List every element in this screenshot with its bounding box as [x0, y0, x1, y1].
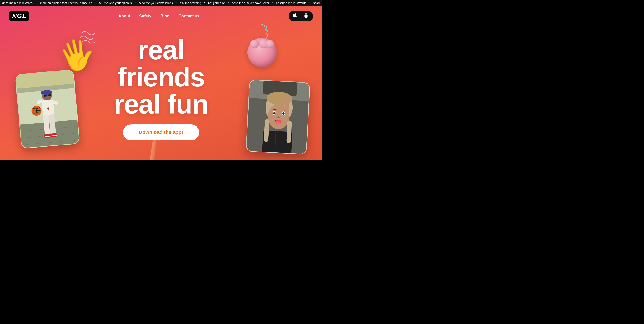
svg-point-5 — [266, 33, 267, 34]
download-app-button[interactable]: Download the app! — [123, 124, 199, 140]
ticker-item: describe me in 3 words — [0, 1, 35, 5]
navbar: NGL About Safety Blog Contact us | — [0, 6, 322, 26]
app-download-buttons[interactable]: | — [288, 11, 313, 22]
svg-point-2 — [266, 26, 267, 28]
ticker-item: not gonna lie — [206, 1, 227, 5]
svg-rect-48 — [284, 95, 286, 103]
ticker-dot: • — [134, 1, 136, 5]
hero-content: real friends real fun Download the app! — [114, 36, 208, 140]
hero-title: real friends real fun — [114, 36, 208, 118]
nav-blog[interactable]: Blog — [160, 14, 170, 19]
ticker-dot: • — [272, 1, 274, 5]
hero-line-2: friends — [114, 63, 208, 90]
chain-svg — [251, 24, 274, 38]
ticker-dot: • — [203, 1, 206, 5]
nav-links: About Safety Blog Contact us — [118, 14, 200, 19]
photo-card-right — [246, 79, 310, 155]
hero-section: NGL About Safety Blog Contact us | — [0, 6, 322, 160]
svg-rect-49 — [287, 95, 290, 103]
ticker-dot: • — [95, 1, 97, 5]
hero-line-1: real — [114, 36, 208, 63]
nav-about[interactable]: About — [118, 14, 130, 19]
straw-decoration — [150, 139, 157, 160]
logo[interactable]: NGL — [9, 11, 30, 22]
svg-rect-19 — [48, 94, 51, 96]
paw-toe — [250, 40, 259, 48]
ticker-bar: describe me in 3 words • share an opinio… — [0, 0, 322, 6]
ticker-item: share an opinion that'll get you cancell… — [37, 1, 94, 5]
svg-rect-47 — [284, 102, 290, 114]
ticker-content: describe me in 3 words • share an opinio… — [0, 1, 322, 5]
wavy-decoration — [79, 29, 97, 46]
ticker-dot: • — [227, 1, 230, 5]
svg-text:N: N — [46, 107, 49, 111]
apple-icon — [293, 13, 298, 19]
photo-card-left: N — [15, 69, 80, 149]
android-icon — [304, 13, 308, 19]
basketball-player-image: N — [16, 70, 79, 148]
paw-toe — [266, 40, 274, 48]
nav-safety[interactable]: Safety — [139, 14, 152, 19]
paw-ball — [248, 38, 277, 67]
ticker-item: ask me anything — [178, 1, 204, 5]
ticker-item: describe me in 3 words — [274, 1, 309, 5]
ticker-item: tell me who your crush is — [97, 1, 134, 5]
svg-point-6 — [267, 34, 268, 36]
app-divider: | — [300, 14, 301, 18]
girl-image — [246, 80, 310, 154]
ticker-item: send me your confessions — [136, 1, 175, 5]
logo-text: NGL — [12, 13, 26, 20]
nav-contact[interactable]: Contact us — [178, 14, 200, 19]
ticker-dot: • — [309, 1, 311, 5]
download-btn-label: Download the app! — [139, 129, 183, 135]
ticker-dot: • — [175, 1, 178, 5]
ticker-dot: • — [35, 1, 37, 5]
paw-charm-decoration — [248, 24, 277, 67]
svg-point-3 — [265, 29, 266, 30]
ticker-item: send me a never have I ever — [230, 1, 272, 5]
svg-point-4 — [266, 30, 268, 32]
hero-line-3: real fun — [114, 90, 208, 118]
ticker-item: share an opinion that'll get you cancell… — [311, 1, 322, 5]
svg-rect-18 — [44, 95, 47, 97]
